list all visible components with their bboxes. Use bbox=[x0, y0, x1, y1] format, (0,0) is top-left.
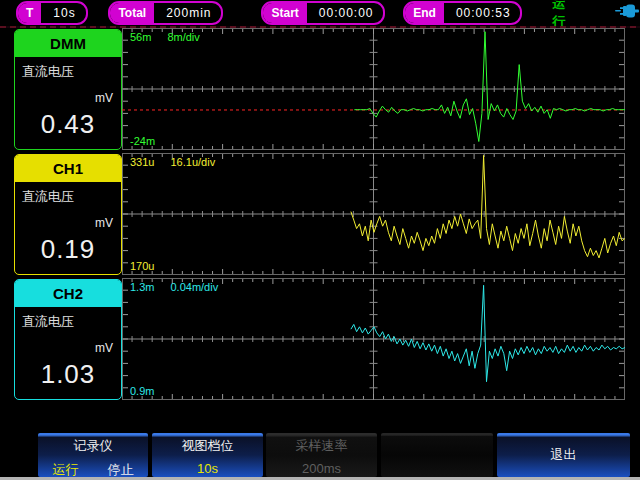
time-per-div-label: T bbox=[18, 3, 41, 23]
total-time-value: 200min bbox=[154, 6, 223, 20]
menu-view-scale-button[interactable]: 视图档位 10s bbox=[152, 433, 263, 477]
channel-row-ch1: CH1 直流电压 mV 0.19 331u16.1u/div 170u bbox=[0, 153, 640, 275]
channel-row-dmm: DMM 直流电压 mV 0.43 56m8m/div -24m bbox=[0, 28, 640, 150]
menu-exit-button[interactable]: 退出 bbox=[497, 433, 630, 477]
menu-recorder-button[interactable]: 记录仪 运行 停止 bbox=[38, 433, 148, 477]
chart-top-scale-label: 331u16.1u/div bbox=[130, 157, 215, 168]
channel-panel-ch2: CH2 直流电压 mV 1.03 bbox=[14, 279, 122, 400]
power-plug-icon bbox=[614, 3, 640, 23]
unit-label: mV bbox=[95, 91, 113, 105]
total-time-label: Total bbox=[110, 3, 154, 23]
end-time-field: End 00:00:53 bbox=[403, 1, 522, 25]
time-per-div-field: T 10s bbox=[16, 1, 88, 25]
end-time-value: 00:00:53 bbox=[444, 6, 523, 20]
start-time-value: 00:00:00 bbox=[307, 6, 385, 20]
chart-top-scale-label: 56m8m/div bbox=[130, 32, 200, 43]
recorder-screen: T 10s Total 200min Start 00:00:00 End 00… bbox=[0, 0, 640, 480]
total-time-field: Total 200min bbox=[108, 1, 223, 25]
chart-ch2: 1.3m0.04m/div 0.9m bbox=[122, 278, 625, 400]
chart-top-scale-label: 1.3m0.04m/div bbox=[130, 282, 218, 293]
chart-bottom-scale-label: 0.9m bbox=[130, 386, 154, 397]
start-time-label: Start bbox=[263, 3, 306, 23]
menu-recorder-title: 记录仪 bbox=[38, 437, 148, 455]
measured-value: 0.43 bbox=[15, 109, 121, 140]
menu-sample-rate-title: 采样速率 bbox=[266, 437, 377, 455]
channel-name-ch1: CH1 bbox=[15, 155, 121, 182]
start-time-field: Start 00:00:00 bbox=[261, 1, 385, 25]
sample-rate-value: 200ms bbox=[266, 461, 377, 476]
menu-exit-title: 退出 bbox=[497, 446, 630, 464]
measure-mode-label: 直流电压 bbox=[22, 63, 114, 81]
chart-ch1: 331u16.1u/div 170u bbox=[122, 153, 625, 275]
chart-bottom-scale-label: 170u bbox=[130, 261, 154, 272]
channel-readout-ch1: 直流电压 mV 0.19 bbox=[15, 182, 121, 275]
measure-mode-label: 直流电压 bbox=[22, 313, 114, 331]
channel-panel-dmm: DMM 直流电压 mV 0.43 bbox=[14, 29, 122, 150]
time-per-div-value: 10s bbox=[41, 6, 87, 20]
top-status-bar: T 10s Total 200min Start 00:00:00 End 00… bbox=[0, 0, 640, 26]
channel-name-dmm: DMM bbox=[15, 30, 121, 57]
unit-label: mV bbox=[95, 341, 113, 355]
menu-empty-slot bbox=[381, 433, 493, 477]
channel-name-ch2: CH2 bbox=[15, 280, 121, 307]
channel-row-ch2: CH2 直流电压 mV 1.03 1.3m0.04m/div 0.9m bbox=[0, 278, 640, 400]
chart-dmm: 56m8m/div -24m bbox=[122, 28, 625, 150]
channel-panel-ch1: CH1 直流电压 mV 0.19 bbox=[14, 154, 122, 275]
measure-mode-label: 直流电压 bbox=[22, 188, 114, 206]
chart-bottom-scale-label: -24m bbox=[130, 136, 155, 147]
measured-value: 0.19 bbox=[15, 234, 121, 265]
view-scale-value: 10s bbox=[152, 461, 263, 476]
channel-readout-ch2: 直流电压 mV 1.03 bbox=[15, 307, 121, 400]
channel-readout-dmm: 直流电压 mV 0.43 bbox=[15, 57, 121, 150]
menu-sample-rate-button: 采样速率 200ms bbox=[266, 433, 377, 477]
measured-value: 1.03 bbox=[15, 359, 121, 390]
softkey-menu: 记录仪 运行 停止 视图档位 10s 采样速率 200ms 退出 bbox=[0, 433, 640, 477]
end-time-label: End bbox=[405, 3, 444, 23]
menu-view-scale-title: 视图档位 bbox=[152, 437, 263, 455]
unit-label: mV bbox=[95, 216, 113, 230]
